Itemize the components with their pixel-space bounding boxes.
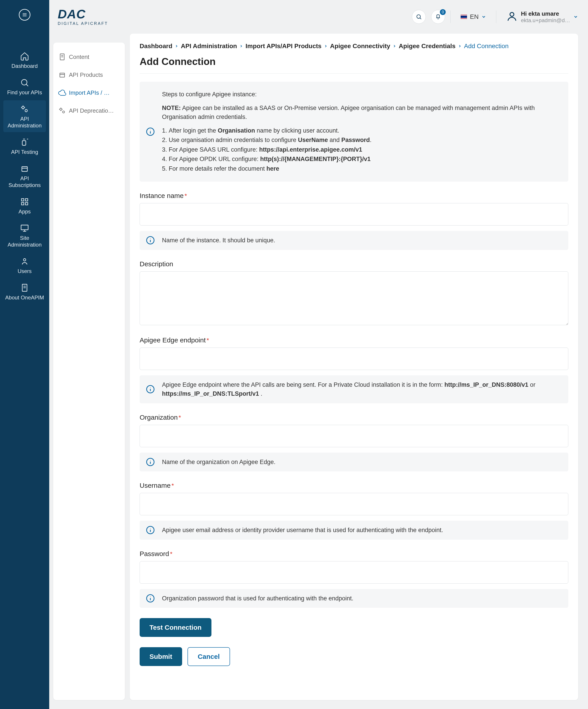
crumb-current: Add Connection [464,43,509,50]
nav-label: Apps [5,208,45,215]
user-menu[interactable]: Hi ekta umare ekta.u+padmin@d… [502,10,578,24]
instance-name-hint: Name of the instance. It should be uniqu… [140,231,568,250]
subnav-label: API Products [69,72,103,78]
nav-api-admin[interactable]: API Administration [3,100,46,132]
divider [496,10,496,23]
user-greeting: Hi ekta umare [521,10,570,17]
crumb-credentials[interactable]: Apigee Credentials [399,43,455,50]
box-icon [20,164,29,173]
monitor-icon [20,224,29,233]
info-icon [146,526,155,534]
breadcrumb: Dashboard API Administration Import APIs… [140,43,568,50]
page-title: Add Connection [140,56,568,67]
subnav-import-apis[interactable]: Import APIs / … [55,84,122,102]
nav-about[interactable]: About OneAPIM [3,279,46,304]
nav-label: Dashboard [5,63,45,70]
subnav-content[interactable]: Content [55,48,122,66]
subnav-label: Content [69,54,89,60]
password-label: Password* [140,550,172,558]
crumb-import[interactable]: Import APIs/API Products [246,43,321,50]
avatar-icon [506,10,518,23]
nav-site-admin[interactable]: Site Administration [3,219,46,251]
note-text: Apigee can be installed as a SAAS or On-… [162,105,535,121]
nav-apps[interactable]: Apps [3,193,46,218]
subnav-label: API Deprecatio… [69,107,114,114]
nav-find-apis[interactable]: Find your APIs [3,74,46,99]
chevron-right-icon [324,44,328,48]
crumb-api-admin[interactable]: API Administration [181,43,237,50]
chevron-right-icon [458,44,462,48]
endpoint-label: Apigee Edge endpoint* [140,336,209,344]
description-label: Description [140,260,173,268]
password-hint: Organization password that is used for a… [140,589,568,608]
subnav-api-products[interactable]: API Products [55,66,122,84]
notifications-button[interactable]: 0 [431,10,445,24]
info-icon [146,236,155,245]
crumb-connectivity[interactable]: Apigee Connectivity [330,43,390,50]
organization-input[interactable] [140,425,568,447]
gears-icon [20,104,29,114]
chevron-down-icon [481,14,486,19]
username-hint: Apigee user email address or identity pr… [140,521,568,540]
nav-label: API Subscriptions [5,175,45,188]
top-header: DAC DIGITAL APICRAFT 0 EN [49,0,588,33]
info-icon [146,457,155,467]
crumb-dashboard[interactable]: Dashboard [140,43,172,50]
search-icon [416,14,422,20]
nav-label: About OneAPIM [5,294,45,301]
chevron-down-icon [573,14,578,19]
flag-icon [460,15,467,19]
steps-list: After login get the Organisation name by… [162,126,558,173]
search-button[interactable] [412,10,426,24]
users-icon [20,257,29,266]
menu-toggle-button[interactable] [19,9,30,21]
search-icon [20,78,29,87]
cloud-icon [58,89,66,97]
language-label: EN [470,13,479,20]
nav-api-subs[interactable]: API Subscriptions [3,160,46,192]
gears-icon [58,107,66,115]
nav-users[interactable]: Users [3,253,46,278]
notification-badge: 0 [440,9,446,15]
chevron-right-icon [239,44,243,48]
brand-tagline: DIGITAL APICRAFT [58,21,108,26]
username-input[interactable] [140,493,568,515]
info-icon [146,594,155,603]
nav-api-testing[interactable]: API Testing [3,133,46,159]
endpoint-input[interactable] [140,347,568,370]
cancel-button[interactable]: Cancel [188,647,230,666]
nav-label: Site Administration [5,235,45,248]
divider [450,10,451,23]
docs-link[interactable]: here [267,165,279,172]
box-icon [58,71,66,79]
nav-label: API Administration [5,115,45,129]
nav-dashboard[interactable]: Dashboard [3,48,46,73]
flask-icon [20,137,29,147]
hamburger-icon [22,12,28,18]
subnav-label: Import APIs / … [69,89,110,96]
nav-label: Find your APIs [5,89,45,96]
content-card: Dashboard API Administration Import APIs… [130,33,578,700]
password-input[interactable] [140,561,568,584]
info-icon [146,127,155,136]
organization-label: Organization* [140,414,181,421]
organization-hint: Name of the organization on Apigee Edge. [140,453,568,472]
steps-heading: Steps to configure Apigee instance: [162,90,558,99]
user-email: ekta.u+padmin@d… [521,17,570,24]
nav-label: Users [5,268,45,274]
brand-name: DAC [58,8,85,20]
language-selector[interactable]: EN [456,13,491,20]
test-connection-button[interactable]: Test Connection [140,618,212,637]
secondary-sidebar: Content API Products Import APIs / … API… [53,43,125,700]
description-input[interactable] [140,271,568,325]
instance-name-input[interactable] [140,203,568,226]
submit-button[interactable]: Submit [140,647,182,666]
subnav-api-deprecation[interactable]: API Deprecatio… [55,102,122,120]
username-label: Username* [140,482,174,489]
nav-label: API Testing [5,149,45,155]
instance-name-label: Instance name* [140,192,187,200]
chevron-right-icon [392,44,396,48]
brand-logo[interactable]: DAC DIGITAL APICRAFT [58,8,125,26]
bell-icon [435,14,441,20]
doc-icon [20,283,29,292]
